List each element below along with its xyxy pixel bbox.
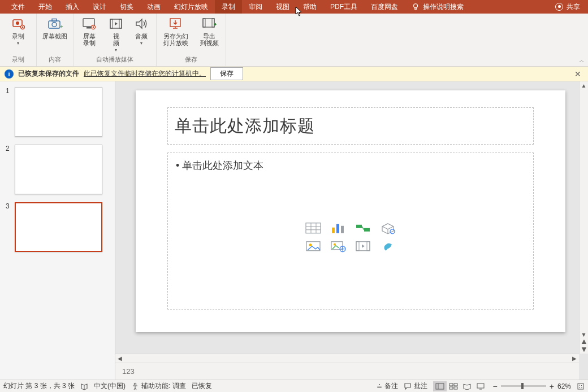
content-placeholder[interactable]: 单击此处添加文本 [167,153,534,310]
audio-label: 音频 [135,33,148,40]
thumbnail-1[interactable]: 1 [6,87,109,137]
title-placeholder[interactable]: 单击此处添加标题 [167,107,534,145]
lightbulb-icon [412,3,420,11]
slide-counter[interactable]: 幻灯片 第 3 张，共 3 张 [3,381,75,391]
insert-picture-icon[interactable] [305,240,322,252]
zoom-out-button[interactable]: − [493,382,498,391]
screenshot-label: 屏幕截图 [42,33,67,40]
accessibility-button[interactable]: 辅助功能: 调查 [131,381,186,391]
screen-record-icon [81,16,98,32]
comments-button[interactable]: 批注 [404,381,427,391]
record-button[interactable]: 录制 ▾ [5,16,32,46]
prev-slide-icon[interactable]: ⯅ [581,339,587,345]
insert-chart-icon[interactable] [330,222,347,234]
svg-rect-30 [332,228,335,233]
audio-icon [133,16,150,32]
language-label[interactable]: 中文(中国) [94,381,126,391]
thumbnail-3[interactable]: 3 [6,202,109,252]
svg-rect-43 [367,242,370,251]
tab-record[interactable]: 录制 [215,0,242,14]
export-video-icon [201,16,218,32]
tab-pdf[interactable]: PDF工具 [323,0,364,14]
zoom-in-button[interactable]: + [550,382,554,391]
infobar-save-button[interactable]: 保存 [210,67,243,80]
scroll-down-icon[interactable]: ▼ [581,330,587,339]
audio-button[interactable]: 音频 ▾ [131,16,152,46]
tab-baidu[interactable]: 百度网盘 [364,0,405,14]
svg-point-13 [93,27,94,28]
zoom-control: − + 62% [493,382,571,391]
svg-rect-52 [454,387,457,389]
group-record: 录制 ▾ 录制 [0,14,37,66]
svg-rect-25 [306,223,321,233]
dropdown-icon: ▾ [140,41,142,46]
svg-rect-53 [477,384,484,388]
tab-slideshow[interactable]: 幻灯片放映 [167,0,215,14]
svg-rect-55 [578,384,583,389]
scroll-left-icon[interactable]: ◀ [115,355,124,361]
svg-text:+: + [60,23,63,30]
notes-button[interactable]: ≐ 备注 [377,381,398,391]
screenshot-button[interactable]: + 屏幕截图 [41,16,68,40]
video-icon [107,16,124,32]
tab-design[interactable]: 设计 [86,0,113,14]
share-button[interactable]: 共享 [555,0,588,14]
tab-animation[interactable]: 动画 [140,0,167,14]
reading-view-button[interactable] [460,381,474,391]
insert-smartart-icon[interactable] [354,222,371,234]
next-slide-icon[interactable]: ⯆ [581,346,587,352]
infobar-close-button[interactable]: ✕ [572,69,583,79]
insert-online-picture-icon[interactable] [330,240,347,252]
tab-file[interactable]: 文件 [5,0,32,14]
export-video-button[interactable]: 导出 到视频 [197,16,221,46]
svg-point-37 [309,243,312,246]
save-as-show-button[interactable]: 另存为幻 灯片放映 [161,16,191,46]
camera-icon: + [46,16,63,32]
group-save: 另存为幻 灯片放映 导出 到视频 保存 [157,14,226,66]
screen-record-label: 屏幕 录制 [83,33,96,46]
dropdown-icon: ▾ [17,41,19,46]
insert-3d-icon[interactable] [379,222,396,234]
thumbnail-preview [15,145,102,194]
sorter-view-button[interactable] [447,381,460,391]
tab-help[interactable]: 帮助 [296,0,323,14]
scroll-right-icon[interactable]: ▶ [570,355,579,361]
group-media: 屏幕 录制 视 频 ▾ 音频 ▾ 自动播放媒体 [74,14,157,66]
tab-home[interactable]: 开始 [32,0,59,14]
notes-pane[interactable]: 123 [115,363,579,380]
tab-review[interactable]: 审阅 [242,0,269,14]
save-as-show-icon [167,16,184,32]
vertical-scrollbar[interactable]: ▲ ▼ ⯅ ⯆ [579,81,588,354]
tab-tellme[interactable]: 操作说明搜索 [405,0,470,14]
thumbnail-2[interactable]: 2 [6,145,109,194]
thumbnail-preview [15,87,102,137]
tab-insert[interactable]: 插入 [59,0,86,14]
slideshow-view-button[interactable] [474,381,487,391]
collapse-ribbon-button[interactable]: ︿ [579,56,585,64]
video-button[interactable]: 视 频 ▾ [107,16,124,53]
scroll-up-icon[interactable]: ▲ [581,81,587,90]
svg-rect-32 [341,226,344,233]
spellcheck-button[interactable] [80,382,88,390]
group-content-label: 内容 [49,55,61,65]
screen-record-button[interactable]: 屏幕 录制 [78,16,101,46]
svg-rect-31 [336,224,339,233]
zoom-slider[interactable] [501,385,546,387]
normal-view-button[interactable] [433,381,447,391]
svg-rect-33 [356,225,362,228]
fit-window-button[interactable] [577,382,585,390]
horizontal-scrollbar[interactable]: ◀ ▶ [115,354,579,363]
svg-rect-42 [356,242,359,251]
slide-canvas[interactable]: 单击此处添加标题 单击此处添加文本 [136,90,565,332]
infobar-title: 已恢复未保存的文件 [18,69,79,79]
recovered-file-infobar: i 已恢复未保存的文件 此已恢复文件临时存储在您的计算机中。 保存 ✕ [0,67,588,81]
thumbnail-preview [15,202,102,252]
tab-view[interactable]: 视图 [269,0,296,14]
insert-icon-icon[interactable] [379,240,396,252]
svg-rect-47 [436,384,444,389]
insert-video-icon[interactable] [354,240,371,252]
zoom-percent[interactable]: 62% [557,382,571,390]
tab-transition[interactable]: 切换 [113,0,140,14]
insert-table-icon[interactable] [305,222,322,234]
thumbnail-panel[interactable]: 1 2 3 [0,81,115,380]
